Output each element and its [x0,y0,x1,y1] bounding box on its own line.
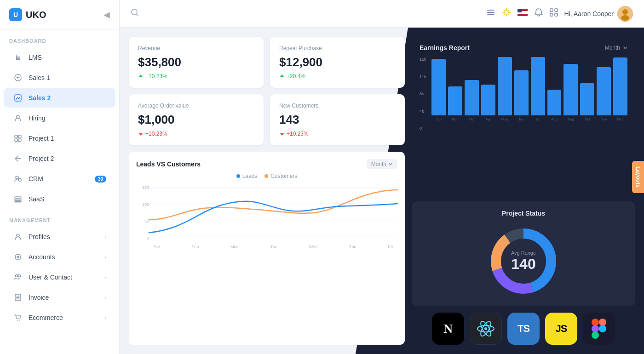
earnings-bars: Jan Feb Mar Apr May Jun Jul Aug Sep Oct … [431,57,627,121]
bar-dec: Dec [613,57,627,121]
svg-rect-3 [15,135,17,138]
svg-point-19 [19,320,20,321]
svg-rect-10 [15,199,21,200]
svg-point-8 [18,178,21,181]
crm-badge: 30 [95,176,106,183]
hiring-icon [13,113,23,123]
svg-rect-46 [599,319,606,326]
content-wrapper: Revenue $35,800 +10.23% Repeat Purchase … [120,28,644,354]
repeat-purchase-card: Repeat Purchase $12,900 +20.4% [270,37,405,88]
project1-icon [13,133,23,143]
project-tech-section: Project Status [412,201,635,345]
sidebar-item-accounts[interactable]: Accounts › [4,247,115,267]
invoice-icon [13,292,23,303]
logo: U UKO [9,8,46,21]
svg-point-49 [599,325,606,332]
sidebar-item-project1[interactable]: Project 1 [4,129,115,148]
leads-chart-card: Leads VS Customers Month Leads [129,152,405,345]
crm-icon [13,174,23,184]
lms-icon: 🖥 [13,52,23,63]
sidebar-item-label: SaaS [29,195,106,203]
sidebar-item-invoice[interactable]: Invoice › [4,288,115,307]
search-area [131,8,479,19]
accounts-icon [13,252,23,262]
revenue-value: $35,800 [138,55,254,69]
svg-rect-11 [15,201,21,202]
sidebar-item-profiles[interactable]: Profiles › [4,227,115,246]
sidebar-item-hiring[interactable]: Hiring [4,108,115,128]
svg-point-18 [17,320,18,321]
svg-point-20 [132,9,137,15]
svg-point-16 [18,275,21,277]
notification-icon[interactable] [534,8,543,19]
avg-label: Average Order value [138,103,254,109]
svg-point-21 [505,11,508,14]
tech-logos-row: N TS [412,313,635,345]
invoice-chevron-icon: › [104,295,106,300]
earnings-header: Earnings Report Month [420,44,627,51]
sidebar-item-label: Sales 1 [29,74,106,81]
repeat-value: $12,900 [279,55,396,69]
svg-rect-25 [518,9,522,12]
main-content: Revenue $35,800 +10.23% Repeat Purchase … [120,28,644,354]
bar-jun: Jun [514,57,529,121]
sidebar-item-crm[interactable]: CRM 30 [4,169,115,188]
donut-value: 140 [511,256,536,273]
layouts-button[interactable]: Layouts [632,161,644,193]
new-customers-card: New Customers 143 +10.23% [270,94,405,145]
right-panel: Earnings Report Month 0 4k 8k 11k 15k [412,37,635,345]
sidebar-item-ecommerce[interactable]: Ecommerce › [4,308,115,327]
sidebar-item-label: Project 2 [29,155,106,162]
profiles-chevron-icon: › [104,234,106,240]
nextjs-logo: N [432,313,464,345]
sidebar-item-saas[interactable]: SaaS [4,189,115,209]
repeat-label: Repeat Purchase [279,45,396,51]
sidebar-collapse-button[interactable]: ◀ [104,10,110,20]
avg-change: +10.23% [138,131,254,137]
bar-oct: Oct [580,57,594,121]
avg-value: $1,000 [138,113,254,127]
left-panel: Revenue $35,800 +10.23% Repeat Purchase … [129,37,412,345]
user-info[interactable]: Hi, Aaron Cooper [564,6,633,22]
sidebar-item-label: User & Contact [29,274,99,281]
customers-legend-label: Customers [270,173,297,179]
sidebar-item-project2[interactable]: Project 2 [4,149,115,168]
sidebar-item-label: Hiring [29,114,106,122]
customers-legend-item: Customers [264,173,297,179]
revenue-card: Revenue $35,800 +10.23% [129,37,264,88]
leads-chart-header: Leads VS Customers Month [136,159,397,169]
earnings-period-dropdown[interactable]: Month [605,45,627,51]
sidebar-item-sales2[interactable]: Sales 2 [4,88,115,108]
management-section-title: MANAGEMENT [0,209,119,227]
svg-rect-27 [555,9,558,11]
svg-rect-29 [555,13,558,16]
svg-rect-24 [518,14,528,16]
sidebar-item-label: Profiles [29,233,99,240]
earnings-y-axis: 0 4k 8k 11k 15k [420,57,431,140]
svg-rect-28 [550,13,553,16]
svg-rect-47 [592,325,599,332]
user-avatar [617,6,633,22]
avg-order-card: Average Order value $1,000 +10.23% [129,94,264,145]
repeat-change: +20.4% [279,73,396,80]
menu-icon[interactable] [486,8,495,19]
leads-period-dropdown[interactable]: Month [367,159,397,169]
donut-avg-label: Avg Range [511,250,536,256]
sidebar-item-sales1[interactable]: Sales 1 [4,68,115,87]
leads-line-chart-svg [149,183,397,243]
sidebar-item-user-contact[interactable]: User & Contact › [4,268,115,287]
bar-sep: Sep [564,57,578,121]
svg-rect-48 [592,331,599,339]
flag-icon[interactable] [518,9,528,18]
project-donut: Avg Range 140 [487,224,560,298]
main-area: Hi, Aaron Cooper Revenue $35,800 [120,0,644,354]
metric-cards-row: Revenue $35,800 +10.23% Repeat Purchase … [129,37,405,145]
apps-grid-icon[interactable] [550,8,558,19]
leads-legend-label: Leads [242,173,258,179]
bar-feb: Feb [448,57,462,121]
svg-point-44 [484,327,487,330]
sidebar-item-label: Invoice [29,294,99,301]
user-contact-chevron-icon: › [104,274,106,280]
theme-icon[interactable] [502,8,511,19]
sidebar-item-lms[interactable]: 🖥 LMS [4,48,115,67]
